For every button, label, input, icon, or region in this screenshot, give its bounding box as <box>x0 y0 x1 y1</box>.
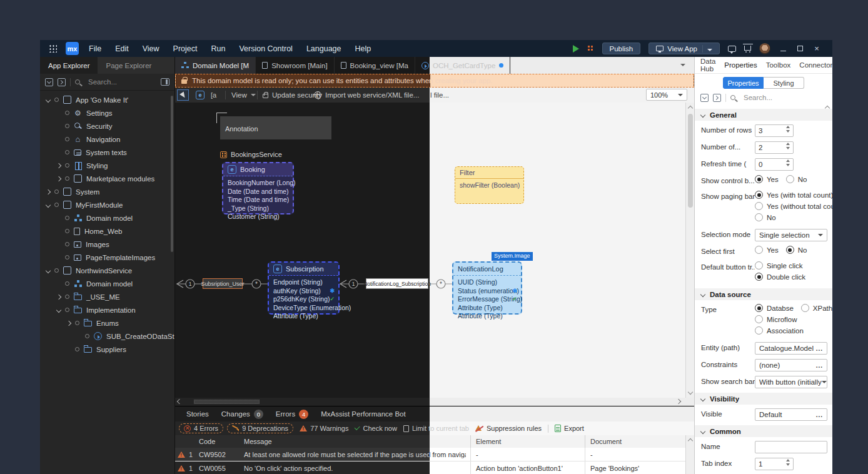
tree-item-nw-domain-model[interactable]: Domain model <box>40 277 174 290</box>
ellipsis-button[interactable]: ... <box>816 362 823 369</box>
number-of-stepper[interactable]: 2 <box>755 141 794 154</box>
select-tool-button[interactable] <box>177 89 189 101</box>
radio-yes-total[interactable]: Yes (with total count) <box>755 191 832 199</box>
sidebar-search-input[interactable]: Search... <box>88 78 117 86</box>
entity-path-field[interactable]: Catalogue.Model... <box>755 342 827 355</box>
menu-version-control[interactable]: Version Control <box>239 44 292 53</box>
tree-item-implementation[interactable]: Implementation <box>40 303 174 316</box>
error-row-cw0055[interactable]: 1 CW0055 No 'On click' action specified.… <box>175 461 694 474</box>
tree-item-myfirstmodule[interactable]: MyFirstModule <box>40 198 174 211</box>
expand-all-icon[interactable] <box>58 78 66 86</box>
marketplace-cart-icon[interactable] <box>744 46 751 51</box>
properties-search-input[interactable]: Search... <box>744 94 772 101</box>
tab-index-stepper[interactable]: 1 <box>755 458 794 470</box>
tab-properties[interactable]: Properties <box>724 61 757 69</box>
radio-no[interactable]: No <box>786 175 807 183</box>
menu-view[interactable]: View <box>143 44 159 53</box>
selection-mode-select[interactable]: Single selection <box>755 229 827 241</box>
tree-item-images[interactable]: Images <box>40 238 174 251</box>
import-webservice-button[interactable]: Import web service/XML file... <box>314 88 419 103</box>
properties-scrollbar[interactable] <box>824 105 832 474</box>
radio-yes[interactable]: Yes <box>755 246 779 254</box>
section-data-source[interactable]: Data source <box>695 288 832 300</box>
ellipsis-button[interactable]: ... <box>816 411 823 418</box>
entity-notificationlog[interactable]: NotificationLog UUID (String) Status (en… <box>452 261 522 315</box>
limit-current-tab-button[interactable]: Limit to current tab <box>403 425 469 432</box>
tab-stories[interactable]: Stories <box>181 406 214 421</box>
tree-item-home-web[interactable]: Home_Web <box>40 224 174 238</box>
check-now-button[interactable]: Check now <box>355 425 396 432</box>
segment-properties[interactable]: Properties <box>723 77 764 89</box>
radio-database[interactable]: Databse <box>755 304 794 312</box>
filter-errors-button[interactable]: 4 Errors <box>179 423 223 433</box>
tab-app-explorer[interactable]: App Explorer <box>40 57 98 74</box>
error-row-cw9502[interactable]: 1 CW9502 At least one allowed role must … <box>175 448 694 461</box>
menu-run[interactable]: Run <box>211 44 225 53</box>
tree-item-settings[interactable]: ⚙Settings <box>40 106 174 119</box>
radio-yes[interactable]: Yes <box>755 175 779 183</box>
new-entity-button[interactable]: e <box>196 88 204 103</box>
tab-data-hub[interactable]: Data Hub <box>700 58 715 73</box>
association-notificationlog-subscription[interactable]: NotificationLog_Subscription <box>366 278 428 289</box>
tab-connector[interactable]: Connector <box>799 61 832 69</box>
number-of-rows-stepper[interactable]: 3 <box>755 124 794 137</box>
refresh-time-stepper[interactable]: 0 <box>755 158 794 171</box>
show-search-bar-select[interactable]: With button (initially <box>755 376 827 388</box>
filter-deprecations-button[interactable]: 9 Deprecations <box>227 423 293 433</box>
canvas-vertical-scrollbar[interactable] <box>685 103 694 398</box>
radio-microflow[interactable]: Microflow <box>755 315 797 323</box>
tab-page-explorer[interactable]: Page Explorer <box>98 57 159 74</box>
view-dropdown[interactable]: View <box>231 88 256 103</box>
tab-mxassist[interactable]: MxAssist Performance Bot <box>316 406 410 421</box>
doc-tab-booking-view[interactable]: Booking_view [Ma <box>335 57 415 74</box>
export-button[interactable]: Export <box>555 425 584 432</box>
annotation-box[interactable]: Annotation <box>220 116 331 139</box>
domain-model-canvas[interactable]: 1 * 1 * Annotation BookingsService eBook… <box>175 103 694 398</box>
zoom-select[interactable]: 100% <box>646 89 687 101</box>
expand-all-icon[interactable] <box>713 94 721 102</box>
doc-tab-och-getcardtype[interactable]: OCH_GetCardType <box>415 57 510 74</box>
radio-double-click[interactable]: Double click <box>755 273 805 281</box>
collapse-all-icon[interactable] <box>700 94 709 102</box>
doc-tab-domain-model[interactable]: Domain Model [M <box>175 57 256 74</box>
radio-yes-no-total[interactable]: Yes (without total count) <box>755 202 832 210</box>
menu-edit[interactable]: Edit <box>115 44 129 53</box>
constraints-field[interactable]: (none)... <box>755 359 827 371</box>
segment-styling[interactable]: Styling <box>764 77 804 89</box>
menu-file[interactable]: File <box>89 44 101 53</box>
maximize-button[interactable] <box>795 44 804 53</box>
sidebar-scrollbar[interactable] <box>171 96 173 252</box>
debug-icon[interactable] <box>587 45 594 52</box>
tab-changes[interactable]: Changes0 <box>216 406 268 421</box>
ellipsis-button[interactable]: ... <box>816 345 823 352</box>
tree-item-styling[interactable]: Styling <box>40 159 174 172</box>
new-annotation-button[interactable]: [a <box>211 88 216 103</box>
table-scrollbar[interactable] <box>685 435 694 474</box>
tree-item-suppliers[interactable]: Suppliers <box>40 343 174 356</box>
section-visibility[interactable]: Visibility <box>695 393 832 405</box>
pin-panel-icon[interactable] <box>161 78 169 86</box>
tree-item-security[interactable]: Security <box>40 119 174 133</box>
visible-field[interactable]: Default... <box>755 408 827 421</box>
close-button[interactable]: × <box>812 44 821 53</box>
tree-item-navigation[interactable]: ⌂Navigation <box>40 133 174 146</box>
tab-overflow-dropdown[interactable] <box>680 64 685 66</box>
collapse-all-icon[interactable] <box>45 78 53 86</box>
tree-item-app[interactable]: App 'Go Make It' <box>40 93 174 106</box>
publish-button[interactable]: Publish <box>602 43 641 54</box>
tree-item-northwindservice[interactable]: NorthwindService <box>40 264 174 277</box>
tree-item-enums[interactable]: Enums <box>40 316 174 330</box>
bookings-service-label[interactable]: BookingsService <box>220 151 282 158</box>
radio-no[interactable]: No <box>786 246 807 254</box>
entity-filter[interactable]: Filter showFilter (Boolean) <box>455 166 524 204</box>
radio-single-click[interactable]: Single click <box>755 261 803 270</box>
tab-toolbox[interactable]: Toolbox <box>766 61 791 69</box>
menu-help[interactable]: Help <box>355 44 371 53</box>
run-app-icon[interactable] <box>573 45 579 53</box>
association-subscription-user[interactable]: Subsription_User <box>203 278 243 289</box>
view-app-button[interactable]: View App <box>648 43 720 54</box>
tree-item-pagetemplateimages[interactable]: PageTemplateImages <box>40 251 174 264</box>
tree-item-marketplace-modules[interactable]: Marketplace modules <box>40 172 174 185</box>
tab-errors[interactable]: Errors4 <box>271 406 313 421</box>
tree-item-use-me[interactable]: _USE_ME <box>40 290 174 303</box>
